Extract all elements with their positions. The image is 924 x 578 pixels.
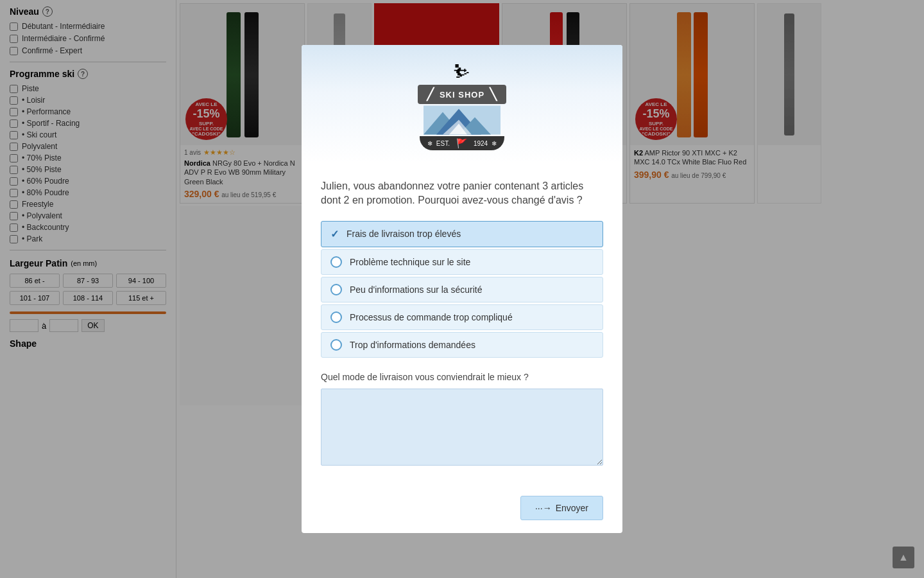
logo-flag: 🚩 bbox=[454, 138, 470, 148]
modal-body: Julien, vous abandonnez votre panier con… bbox=[302, 163, 622, 486]
modal-option[interactable]: Peu d'informations sur la sécurité bbox=[321, 277, 603, 302]
logo-year: 1924 bbox=[474, 140, 488, 147]
option-label: Trop d'informations demandées bbox=[350, 340, 475, 350]
option-checkmark: ✓ bbox=[330, 228, 339, 240]
modal-option[interactable]: Trop d'informations demandées bbox=[321, 332, 603, 358]
option-label: Problème technique sur le site bbox=[350, 257, 470, 267]
option-label: Peu d'informations sur la sécurité bbox=[350, 285, 483, 295]
logo-badge: ╱ SKI SHOP ╲ bbox=[418, 85, 506, 104]
modal-overlay: ⛷ ╱ SKI SHOP ╲ ❄ EST. bbox=[0, 0, 924, 578]
modal-option[interactable]: Processus de commande trop compliqué bbox=[321, 304, 603, 330]
logo-ski-left: ╱ bbox=[427, 87, 434, 101]
modal-option[interactable]: Problème technique sur le site bbox=[321, 249, 603, 275]
logo-text: SKI SHOP bbox=[440, 90, 484, 100]
modal-followup: Quel mode de livraison vous conviendrait… bbox=[321, 372, 603, 382]
modal-option[interactable]: ✓Frais de livraison trop élevés bbox=[321, 221, 603, 247]
ski-icon: ⛷ bbox=[453, 61, 471, 82]
send-button[interactable]: ···→ Envoyer bbox=[520, 496, 603, 520]
logo-ski-right: ╲ bbox=[490, 87, 497, 101]
logo-mountains-svg bbox=[424, 104, 501, 136]
send-label: Envoyer bbox=[556, 503, 588, 513]
option-radio bbox=[330, 256, 342, 268]
option-label: Processus de commande trop compliqué bbox=[350, 312, 513, 322]
option-radio bbox=[330, 311, 342, 323]
option-label: Frais de livraison trop élevés bbox=[346, 229, 461, 239]
logo-est-bar: ❄ EST. 🚩 1924 ❄ bbox=[420, 136, 504, 150]
abandon-modal: ⛷ ╱ SKI SHOP ╲ ❄ EST. bbox=[302, 45, 622, 533]
modal-textarea[interactable] bbox=[321, 389, 603, 466]
modal-header: ⛷ ╱ SKI SHOP ╲ ❄ EST. bbox=[302, 45, 622, 163]
modal-logo: ⛷ ╱ SKI SHOP ╲ ❄ EST. bbox=[418, 61, 506, 150]
option-radio bbox=[330, 339, 342, 351]
logo-est-text: EST. bbox=[436, 140, 450, 147]
modal-question: Julien, vous abandonnez votre panier con… bbox=[321, 179, 603, 208]
option-radio bbox=[330, 284, 342, 295]
modal-footer: ···→ Envoyer bbox=[302, 486, 622, 533]
modal-options: ✓Frais de livraison trop élevésProblème … bbox=[321, 221, 603, 358]
